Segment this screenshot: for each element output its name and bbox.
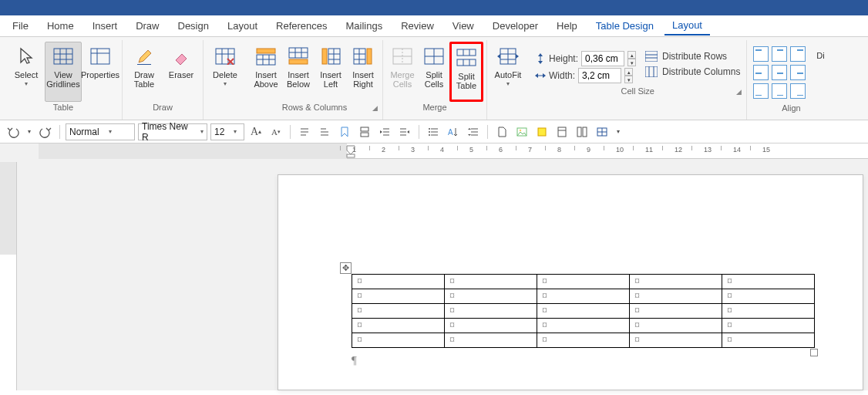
align-mid-right[interactable] xyxy=(790,65,806,80)
tab-file[interactable]: File xyxy=(5,17,36,35)
text-direction-button[interactable]: Di xyxy=(809,42,832,102)
table-cell: ¤ xyxy=(630,304,722,319)
eraser-button[interactable]: Eraser xyxy=(163,42,200,102)
align-bot-center[interactable] xyxy=(772,83,787,99)
table-dropdown[interactable]: ▾ xyxy=(614,124,622,140)
line-spacing-icon[interactable] xyxy=(466,124,481,140)
tab-help[interactable]: Help xyxy=(549,17,585,35)
redo-button[interactable] xyxy=(38,124,53,140)
insert-below-button[interactable]: Insert Below xyxy=(282,42,315,102)
tab-design[interactable]: Design xyxy=(170,17,217,35)
svg-rect-8 xyxy=(137,64,151,65)
tab-layout-table[interactable]: Layout xyxy=(664,16,710,35)
para-after-icon[interactable] xyxy=(317,124,332,140)
highlight-icon[interactable] xyxy=(534,124,550,140)
align-top-center[interactable] xyxy=(772,46,787,62)
insert-row-above-icon xyxy=(256,45,276,68)
tab-view[interactable]: View xyxy=(445,17,482,35)
vertical-ruler[interactable] xyxy=(0,162,17,390)
table-cell: ¤ xyxy=(445,304,537,319)
distribute-columns-button[interactable]: Distribute Columns xyxy=(645,66,740,77)
dialog-launcher-icon[interactable]: ◢ xyxy=(372,104,378,112)
sort-icon[interactable]: A xyxy=(446,124,461,140)
distribute-rows-button[interactable]: Distribute Rows xyxy=(645,51,740,62)
table-row: ¤¤¤¤¤ xyxy=(352,304,815,319)
tab-insert[interactable]: Insert xyxy=(85,17,126,35)
table-cell: ¤ xyxy=(445,289,537,304)
quick-toolbar: ▾ Normal▾ Times New R▾ 12▾ A▴ A▾ A ▾ xyxy=(0,120,868,143)
table-cell: ¤ xyxy=(352,289,445,304)
insert-col-right-icon xyxy=(353,45,373,68)
table-cell: ¤ xyxy=(537,275,630,289)
table-small-icon[interactable] xyxy=(594,124,610,140)
eraser-icon xyxy=(173,45,190,68)
grow-font-icon[interactable]: A▴ xyxy=(248,124,264,140)
doc-icon[interactable] xyxy=(494,124,510,140)
indent-dec-icon[interactable] xyxy=(377,124,392,140)
page-break-icon[interactable] xyxy=(357,124,372,140)
svg-rect-83 xyxy=(538,128,546,136)
list-indent-icon[interactable] xyxy=(426,124,441,140)
insert-row-below-icon xyxy=(288,45,308,68)
shrink-font-icon[interactable]: A▾ xyxy=(268,124,284,140)
align-mid-left[interactable] xyxy=(753,65,769,80)
indent-inc-icon[interactable] xyxy=(397,124,412,140)
delete-button[interactable]: Delete ▾ xyxy=(207,42,244,102)
document-page[interactable]: ✥ ¤¤¤¤¤ ¤¤¤¤¤ ¤¤¤¤¤ ¤¤¤¤¤ ¤¤¤¤¤ ¶ xyxy=(278,174,863,390)
undo-dropdown[interactable]: ▾ xyxy=(25,124,33,140)
table-properties-icon xyxy=(90,45,110,68)
insert-left-button[interactable]: Insert Left xyxy=(315,42,347,102)
width-spinner[interactable]: ▴▾ xyxy=(624,68,633,83)
select-button[interactable]: Select ▾ xyxy=(8,42,45,102)
align-mid-center[interactable] xyxy=(772,65,787,80)
split-table-button[interactable]: Split Table xyxy=(449,42,483,102)
tab-draw[interactable]: Draw xyxy=(128,17,167,35)
height-spinner[interactable]: ▴▾ xyxy=(627,51,636,66)
height-input[interactable] xyxy=(581,51,624,66)
group-draw: Draw Table Eraser Draw xyxy=(123,40,204,120)
tab-review[interactable]: Review xyxy=(393,17,442,35)
document-area: 123456789101112131415 ✥ ¤¤¤¤¤ ¤¤¤¤¤ ¤¤¤¤… xyxy=(0,143,868,390)
properties-button[interactable]: Properties xyxy=(82,42,119,102)
group-label-draw: Draw xyxy=(126,102,200,113)
table-resize-handle[interactable] xyxy=(810,349,818,356)
table-row: ¤¤¤¤¤ xyxy=(352,289,815,304)
draw-table-button[interactable]: Draw Table xyxy=(126,42,163,102)
document-table[interactable]: ¤¤¤¤¤ ¤¤¤¤¤ ¤¤¤¤¤ ¤¤¤¤¤ ¤¤¤¤¤ xyxy=(352,274,815,348)
view-gridlines-button[interactable]: View Gridlines xyxy=(45,42,82,102)
font-size-combo[interactable]: 12▾ xyxy=(210,123,244,140)
width-input[interactable] xyxy=(578,68,621,83)
insert-above-button[interactable]: Insert Above xyxy=(250,42,282,102)
table-row: ¤¤¤¤¤ xyxy=(352,333,815,348)
font-combo[interactable]: Times New R▾ xyxy=(138,123,207,140)
tab-table-design[interactable]: Table Design xyxy=(588,17,661,35)
svg-rect-32 xyxy=(367,49,372,64)
dialog-launcher-icon[interactable]: ◢ xyxy=(736,88,742,96)
insert-right-button[interactable]: Insert Right xyxy=(347,42,379,102)
tab-references[interactable]: References xyxy=(268,17,335,35)
align-top-left[interactable] xyxy=(753,46,769,62)
align-bot-right[interactable] xyxy=(790,83,806,99)
properties-pane-icon[interactable] xyxy=(554,124,570,140)
tab-layout-page[interactable]: Layout xyxy=(220,17,265,35)
tab-mailings[interactable]: Mailings xyxy=(338,17,391,35)
table-cell: ¤ xyxy=(722,319,815,333)
columns-icon[interactable] xyxy=(574,124,590,140)
group-autofit: AutoFit ▾ xyxy=(487,40,529,120)
bookmark-icon[interactable] xyxy=(337,124,352,140)
style-combo[interactable]: Normal▾ xyxy=(66,123,135,140)
tab-home[interactable]: Home xyxy=(39,17,82,35)
table-move-handle[interactable]: ✥ xyxy=(340,262,352,274)
autofit-button[interactable]: AutoFit ▾ xyxy=(490,42,526,102)
undo-button[interactable] xyxy=(5,124,21,140)
align-bot-left[interactable] xyxy=(753,83,769,99)
table-cell: ¤ xyxy=(630,319,722,333)
para-before-icon[interactable] xyxy=(297,124,312,140)
tab-developer[interactable]: Developer xyxy=(485,17,546,35)
svg-rect-17 xyxy=(257,49,275,53)
svg-rect-5 xyxy=(91,49,109,64)
horizontal-ruler[interactable]: 123456789101112131415 xyxy=(39,143,868,159)
align-top-right[interactable] xyxy=(790,46,806,62)
split-cells-button[interactable]: Split Cells xyxy=(419,42,449,102)
image-icon[interactable] xyxy=(514,124,530,140)
